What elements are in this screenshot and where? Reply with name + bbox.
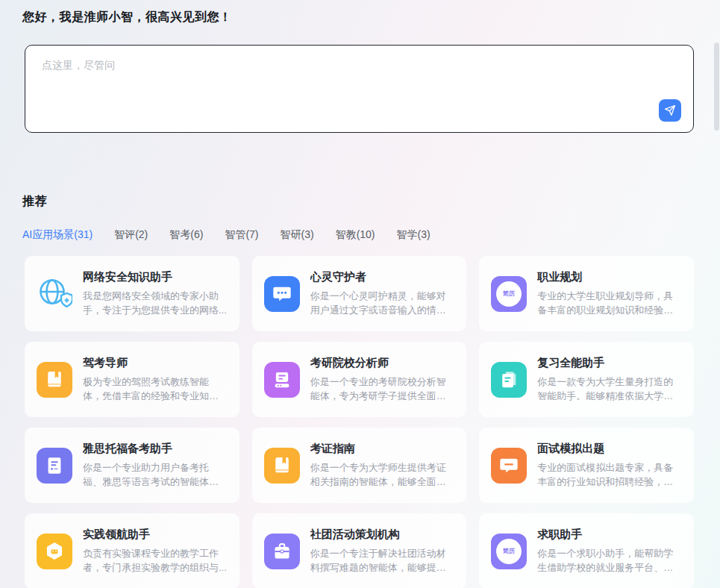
- agent-card-title: 雅思托福备考助手: [83, 442, 228, 456]
- agent-card-desc: 专业的面试模拟出题专家，具备丰富的行业知识和招聘经验，能够...: [537, 460, 682, 489]
- tab-category-6[interactable]: 智学(3): [397, 228, 431, 242]
- agent-card-title: 求职助手: [537, 528, 682, 542]
- agent-card[interactable]: 简历 职业规划 专业的大学生职业规划导师，具备丰富的职业规划知识和经验，能...: [479, 256, 694, 331]
- chat-input-box[interactable]: [25, 45, 694, 133]
- agent-card-title: 面试模拟出题: [537, 442, 682, 456]
- tab-category-4[interactable]: 智研(3): [281, 228, 314, 242]
- recommend-title: 推荐: [22, 194, 47, 210]
- agent-card[interactable]: 简历 求职助手 你是一个求职小助手，能帮助学生借助学校的就业服务平台、招聘...: [479, 513, 694, 588]
- agent-card-desc: 你是一个专注于解决社团活动材料撰写难题的智能体，能够提供极...: [310, 546, 455, 575]
- agent-card-desc: 专业的大学生职业规划导师，具备丰富的职业规划知识和经验，能...: [537, 289, 682, 317]
- paper-plane-icon: [664, 104, 676, 116]
- agent-card[interactable]: 考研院校分析师 你是一个专业的考研院校分析智能体，专为考研学子提供全面、精...: [252, 342, 467, 417]
- agent-card-desc: 你是一个求职小助手，能帮助学生借助学校的就业服务平台、招聘...: [537, 546, 682, 575]
- agent-card[interactable]: 实践领航助手 负责有实验课程专业的教学工作者，专门承担实验教学的组织与...: [25, 513, 240, 588]
- agent-card-desc: 负责有实验课程专业的教学工作者，专门承担实验教学的组织与...: [83, 546, 228, 575]
- agent-card-title: 驾考导师: [83, 356, 228, 370]
- cube-icon: [37, 534, 72, 569]
- agent-card-desc: 你是一个专业助力用户备考托福、雅思等语言考试的智能体。 ## ...: [83, 460, 228, 489]
- agent-card-title: 职业规划: [537, 270, 682, 284]
- agent-card[interactable]: 社团活动策划机构 你是一个专注于解决社团活动材料撰写难题的智能体，能够提供极..…: [252, 513, 467, 588]
- exam-doc-icon: [37, 448, 72, 484]
- agent-card[interactable]: 驾考导师 极为专业的驾照考试教练智能体，凭借丰富的经验和专业知识，致...: [25, 342, 240, 417]
- agent-card-title: 网络安全知识助手: [83, 270, 228, 284]
- analysis-doc-icon: [264, 362, 300, 398]
- agent-card-title: 考研院校分析师: [310, 356, 455, 370]
- scrollbar-thumb[interactable]: [714, 43, 719, 131]
- agent-card-title: 社团活动策划机构: [310, 528, 455, 542]
- agent-card[interactable]: 网络安全知识助手 我是您网络安全领域的专家小助手，专注于为您提供专业的网络...: [25, 256, 240, 331]
- agent-card[interactable]: 复习全能助手 你是一款专为大学生量身打造的智能助手。能够精准依据大学生的...: [479, 342, 694, 417]
- agent-card-desc: 我是您网络安全领域的专家小助手，专注于为您提供专业的网络...: [83, 289, 228, 317]
- agent-card[interactable]: 心灵守护者 你是一个心灵呵护精灵，能够对用户通过文字或语音输入的情绪日...: [252, 256, 467, 331]
- agent-card-grid: 网络安全知识助手 我是您网络安全领域的专家小助手，专注于为您提供专业的网络...…: [25, 256, 694, 588]
- tab-category-5[interactable]: 智教(10): [336, 228, 375, 242]
- resume-badge-icon: 简历: [491, 276, 527, 312]
- agent-card-desc: 你是一个专为大学师生提供考证相关指南的智能体，能够全面且精...: [310, 460, 455, 489]
- page-scrollbar[interactable]: [714, 0, 719, 588]
- agent-card[interactable]: 面试模拟出题 专业的面试模拟出题专家，具备丰富的行业知识和招聘经验，能够...: [479, 428, 694, 503]
- tab-category-1[interactable]: 智评(2): [114, 228, 148, 242]
- send-button[interactable]: [659, 99, 681, 122]
- chat-line-icon: [491, 448, 527, 484]
- agent-card-desc: 你是一个专业的考研院校分析智能体，专为考研学子提供全面、精...: [310, 375, 455, 403]
- chat-input[interactable]: [28, 49, 648, 102]
- agent-card-title: 考证指南: [310, 442, 455, 456]
- agent-card-title: 复习全能助手: [537, 356, 682, 370]
- tab-ai-scenarios[interactable]: AI应用场景(31): [22, 228, 93, 242]
- tab-category-3[interactable]: 智管(7): [225, 228, 258, 242]
- book-icon: [264, 448, 300, 484]
- agent-card-desc: 你是一个心灵呵护精灵，能够对用户通过文字或语音输入的情绪日...: [310, 289, 455, 317]
- resume-badge-icon: 简历: [491, 534, 527, 569]
- agent-card-desc: 极为专业的驾照考试教练智能体，凭借丰富的经验和专业知识，致...: [83, 375, 228, 403]
- tab-category-2[interactable]: 智考(6): [169, 228, 203, 242]
- agent-card-desc: 你是一款专为大学生量身打造的智能助手。能够精准依据大学生的...: [537, 375, 682, 403]
- notes-icon: [491, 362, 527, 398]
- agent-card-title: 心灵守护者: [310, 270, 455, 284]
- agent-card-title: 实践领航助手: [83, 528, 228, 542]
- chat-dots-icon: [264, 276, 300, 312]
- globe-shield-icon: [37, 276, 72, 312]
- agent-card[interactable]: 雅思托福备考助手 你是一个专业助力用户备考托福、雅思等语言考试的智能体。 ## …: [25, 428, 240, 503]
- briefcase-icon: [264, 534, 300, 569]
- agent-card[interactable]: 考证指南 你是一个专为大学师生提供考证相关指南的智能体，能够全面且精...: [252, 428, 467, 503]
- category-tabs: AI应用场景(31)智评(2)智考(6)智管(7)智研(3)智教(10)智学(3…: [22, 228, 431, 242]
- book-icon: [37, 362, 72, 398]
- greeting-text: 您好，我是淮师小智，很高兴见到您！: [22, 10, 232, 25]
